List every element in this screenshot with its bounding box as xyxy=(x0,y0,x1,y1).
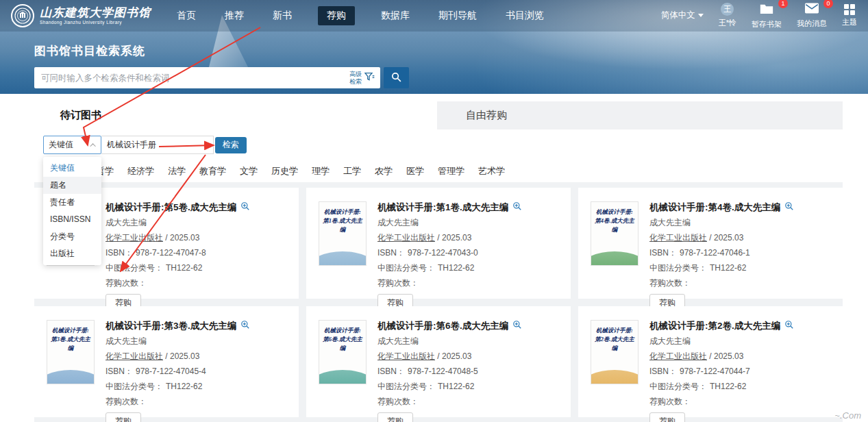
advanced-search-button[interactable]: 高级 检索 xyxy=(344,71,380,85)
category-literature[interactable]: 文学 xyxy=(240,165,258,177)
book-title[interactable]: 机械设计手册:第5卷.成大先主编 xyxy=(106,201,236,214)
field-select-dropdown: 关键值 题名 责任者 ISBN/ISSN 分类号 出版社 xyxy=(43,157,101,265)
nav-recommend[interactable]: 推荐 xyxy=(222,6,247,25)
zoom-preview-icon[interactable] xyxy=(240,320,250,332)
bookshelf-button[interactable]: 1 暂存书架 xyxy=(752,3,782,29)
user-account[interactable]: 王 王*怜 xyxy=(719,3,736,28)
advanced-search-label-line1: 高级 xyxy=(349,71,362,77)
dropdown-option-publisher[interactable]: 出版社 xyxy=(43,245,101,262)
dropdown-option-isbn[interactable]: ISBN/ISSN xyxy=(43,211,101,228)
category-row: 哲学 经济学 法学 教育学 文学 历史学 理学 工学 农学 医学 管理学 艺术学 xyxy=(34,160,843,182)
filter-funnel-icon xyxy=(364,71,375,85)
book-title[interactable]: 机械设计手册:第3卷.成大先主编 xyxy=(106,320,236,332)
book-publisher[interactable]: 化学工业出版社 xyxy=(649,351,707,361)
filter-search-button[interactable]: 检索 xyxy=(215,137,247,153)
book-cover[interactable]: 机械设计手册:第6卷.成大先主编 xyxy=(319,320,367,384)
zoom-preview-icon[interactable] xyxy=(784,320,794,332)
chevron-down-icon xyxy=(698,14,704,17)
classno-value: TH122-62 xyxy=(710,382,746,391)
keyword-input[interactable] xyxy=(101,136,214,154)
field-select[interactable]: 关键值 xyxy=(43,136,101,154)
nav-journal-navigation[interactable]: 期刊导航 xyxy=(436,6,480,25)
recommend-button[interactable]: 荐购 xyxy=(649,412,685,422)
page: 山东建筑大学图书馆 Shandong Jianzhu University Li… xyxy=(0,0,868,422)
category-management[interactable]: 管理学 xyxy=(438,165,464,177)
zoom-preview-icon[interactable] xyxy=(512,201,522,214)
isbn-value: 978-7-122-47045-4 xyxy=(136,367,206,376)
search-icon xyxy=(390,71,402,85)
book-cover-text: 机械设计手册:第4卷.成大先主编 xyxy=(591,202,638,235)
book-cover-text: 机械设计手册:第2卷.成大先主编 xyxy=(591,321,638,353)
book-pubdate: / 2025.03 xyxy=(163,233,199,243)
zoom-preview-icon[interactable] xyxy=(240,201,250,214)
theme-button[interactable]: 主题 xyxy=(842,3,857,27)
category-law[interactable]: 法学 xyxy=(168,165,186,177)
dropdown-option-classno[interactable]: 分类号 xyxy=(43,228,101,245)
category-agriculture[interactable]: 农学 xyxy=(375,165,393,177)
recommend-button[interactable]: 荐购 xyxy=(106,412,141,422)
book-title[interactable]: 机械设计手册:第4卷.成大先主编 xyxy=(649,201,780,214)
book-cover[interactable]: 机械设计手册:第2卷.成大先主编 xyxy=(591,320,638,384)
recommend-button[interactable]: 荐购 xyxy=(377,412,413,422)
messages-button[interactable]: 0 我的消息 xyxy=(797,3,827,29)
book-publisher[interactable]: 化学工业出版社 xyxy=(377,233,435,243)
tab-free-suggest[interactable]: 自由荐购 xyxy=(437,101,843,129)
book-publisher[interactable]: 化学工业出版社 xyxy=(649,233,707,243)
bookshelf-badge: 1 xyxy=(778,0,788,8)
search-button[interactable] xyxy=(384,67,409,88)
zoom-preview-icon[interactable] xyxy=(512,320,522,332)
dropdown-option-title[interactable]: 题名 xyxy=(43,177,101,194)
watermark: ~.Com xyxy=(834,410,861,421)
cover-swoosh xyxy=(319,251,367,266)
search-input[interactable] xyxy=(34,67,344,88)
site-header: 山东建筑大学图书馆 Shandong Jianzhu University Li… xyxy=(0,0,868,94)
book-pubdate: / 2025.03 xyxy=(707,351,743,361)
zoom-preview-icon[interactable] xyxy=(784,201,794,214)
book-title[interactable]: 机械设计手册:第2卷.成大先主编 xyxy=(649,320,780,332)
nav-catalog-browse[interactable]: 书目浏览 xyxy=(503,6,547,25)
book-cover[interactable]: 机械设计手册:第1卷.成大先主编 xyxy=(319,201,367,266)
book-publisher[interactable]: 化学工业出版社 xyxy=(106,351,163,361)
book-pubdate: / 2025.03 xyxy=(435,233,471,243)
book-title[interactable]: 机械设计手册:第6卷.成大先主编 xyxy=(377,320,508,332)
suggest-count-label: 荐购次数： xyxy=(649,277,832,289)
book-cover[interactable]: 机械设计手册:第3卷.成大先主编 xyxy=(47,320,95,384)
language-selector[interactable]: 简体中文 xyxy=(661,10,704,21)
book-title[interactable]: 机械设计手册:第1卷.成大先主编 xyxy=(377,201,508,214)
book-publisher[interactable]: 化学工业出版社 xyxy=(377,351,435,361)
category-art[interactable]: 艺术学 xyxy=(478,165,505,177)
classno-value: TH122-62 xyxy=(166,263,202,273)
book-card: 机械设计手册:第2卷.成大先主编 机械设计手册:第2卷.成大先主编 成大先主编 … xyxy=(578,306,843,417)
library-name-cn: 山东建筑大学图书馆 xyxy=(40,7,151,20)
library-name-en: Shandong Jianzhu University Library xyxy=(40,20,151,25)
grid-icon xyxy=(844,4,855,15)
category-education[interactable]: 教育学 xyxy=(199,165,226,177)
tab-pending-books[interactable]: 待订图书 xyxy=(34,101,437,129)
dropdown-option-author[interactable]: 责任者 xyxy=(43,194,101,211)
book-author: 成大先主编 xyxy=(106,217,288,229)
suggest-count-label: 荐购次数： xyxy=(106,277,288,289)
page-title: 图书馆书目检索系统 xyxy=(34,43,868,59)
book-cover[interactable]: 机械设计手册:第4卷.成大先主编 xyxy=(591,201,638,266)
isbn-label: ISBN： xyxy=(649,248,677,258)
dropdown-option-keyvalue[interactable]: 关键值 xyxy=(43,160,101,177)
library-logo[interactable]: 山东建筑大学图书馆 Shandong Jianzhu University Li… xyxy=(11,4,151,27)
classno-value: TH122-62 xyxy=(438,263,474,273)
tabstrip: 待订图书 自由荐购 xyxy=(34,101,843,129)
category-economics[interactable]: 经济学 xyxy=(127,165,154,177)
category-history[interactable]: 历史学 xyxy=(271,165,298,177)
book-publisher[interactable]: 化学工业出版社 xyxy=(106,233,163,243)
category-science[interactable]: 理学 xyxy=(312,165,330,177)
isbn-label: ISBN： xyxy=(649,367,677,376)
classno-value: TH122-62 xyxy=(710,263,746,273)
book-card: 机械设计手册:第1卷.成大先主编 机械设计手册:第1卷.成大先主编 成大先主编 … xyxy=(306,188,571,299)
nav-database[interactable]: 数据库 xyxy=(378,6,412,25)
nav-home[interactable]: 首页 xyxy=(174,6,199,25)
classno-value: TH122-62 xyxy=(166,382,202,391)
nav-purchase-suggest[interactable]: 荐购 xyxy=(318,6,355,25)
nav-new-books[interactable]: 新书 xyxy=(270,6,295,25)
advanced-search-label-line2: 检索 xyxy=(349,78,362,85)
suggest-count-label: 荐购次数： xyxy=(377,396,560,408)
category-engineering[interactable]: 工学 xyxy=(343,165,361,177)
category-medicine[interactable]: 医学 xyxy=(406,165,424,177)
